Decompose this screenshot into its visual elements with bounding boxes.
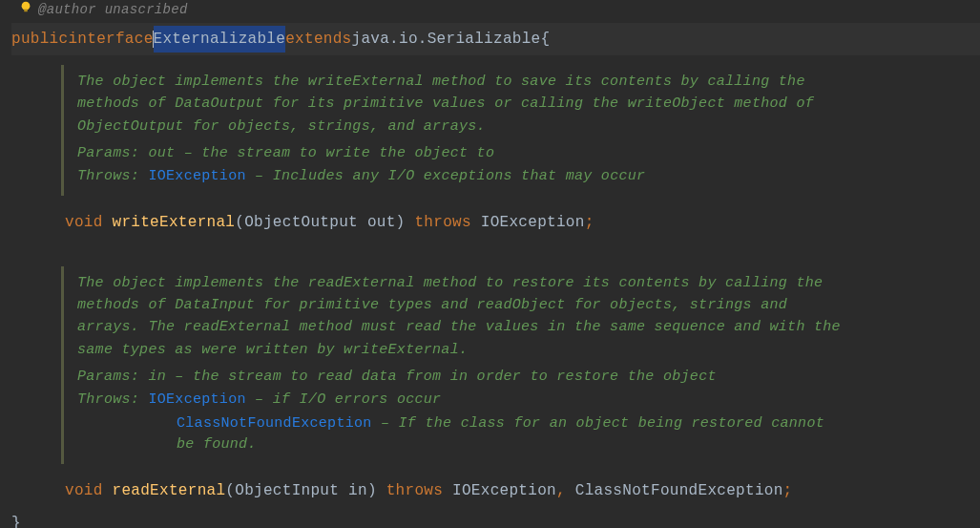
keyword-void: void bbox=[65, 482, 103, 499]
method-name: readExternal bbox=[113, 482, 226, 499]
param-type: ObjectInput bbox=[235, 482, 339, 499]
keyword-public: public bbox=[11, 28, 68, 51]
javadoc-author: @author unascribed bbox=[11, 0, 980, 23]
semicolon: ; bbox=[783, 482, 793, 499]
param-name: in bbox=[348, 482, 367, 499]
exception-type: ClassNotFoundException bbox=[575, 482, 783, 499]
author-tag: @author bbox=[38, 2, 96, 17]
javadoc-throws-link[interactable]: IOException bbox=[148, 168, 245, 184]
keyword-interface: interface bbox=[68, 28, 153, 51]
author-name: unascribed bbox=[105, 2, 188, 17]
javadoc-body: The object implements the writeExternal … bbox=[77, 71, 844, 137]
keyword-void: void bbox=[65, 214, 103, 231]
close-brace-line[interactable]: } bbox=[11, 508, 980, 528]
svg-point-0 bbox=[22, 2, 31, 11]
exception-type: IOException bbox=[481, 214, 585, 231]
close-brace: } bbox=[11, 515, 21, 528]
blank-line bbox=[11, 240, 980, 257]
javadoc-params-text: out – the stream to write the object to bbox=[148, 145, 494, 161]
open-paren: ( bbox=[235, 214, 244, 231]
param-name: out bbox=[367, 214, 396, 231]
keyword-extends: extends bbox=[285, 28, 351, 51]
lightbulb-icon[interactable] bbox=[19, 0, 34, 15]
comma: , bbox=[556, 482, 566, 499]
javadoc-body: The object implements the readExternal m… bbox=[77, 272, 844, 361]
close-paren: ) bbox=[396, 214, 406, 231]
javadoc-throws-text: – if I/O errors occur bbox=[255, 391, 441, 408]
javadoc-throws-label: Throws: bbox=[77, 391, 139, 408]
method-readexternal[interactable]: void readExternal(ObjectInput in) throws… bbox=[11, 474, 980, 508]
keyword-throws: throws bbox=[386, 482, 443, 499]
semicolon: ; bbox=[585, 214, 594, 231]
javadoc-params-text: in – the stream to read data from in ord… bbox=[148, 369, 716, 385]
exception-type: IOException bbox=[452, 482, 556, 499]
svg-rect-1 bbox=[24, 10, 28, 12]
javadoc-throws-link[interactable]: IOException bbox=[148, 391, 245, 408]
keyword-throws: throws bbox=[414, 214, 470, 231]
javadoc-throws-link[interactable]: ClassNotFoundException bbox=[177, 415, 372, 432]
method-name: writeExternal bbox=[113, 214, 236, 231]
javadoc-params-label: Params: bbox=[77, 145, 139, 161]
javadoc-params-label: Params: bbox=[77, 369, 139, 385]
javadoc-readexternal: The object implements the readExternal m… bbox=[61, 266, 844, 464]
javadoc-throws-label: Throws: bbox=[77, 168, 139, 184]
open-paren: ( bbox=[225, 482, 235, 499]
param-type: ObjectOutput bbox=[244, 214, 358, 231]
javadoc-writeexternal: The object implements the writeExternal … bbox=[61, 65, 844, 196]
javadoc-throws-text: – Includes any I/O exceptions that may o… bbox=[255, 168, 645, 184]
super-type: java.io.Serializable bbox=[351, 28, 540, 51]
close-paren: ) bbox=[367, 482, 377, 499]
open-brace: { bbox=[541, 28, 551, 51]
class-name: Externalizable bbox=[154, 31, 286, 48]
interface-declaration[interactable]: public interface Externalizable extends … bbox=[11, 23, 980, 55]
method-writeexternal[interactable]: void writeExternal(ObjectOutput out) thr… bbox=[11, 205, 980, 240]
editor[interactable]: @author unascribed public interface Exte… bbox=[0, 0, 980, 528]
